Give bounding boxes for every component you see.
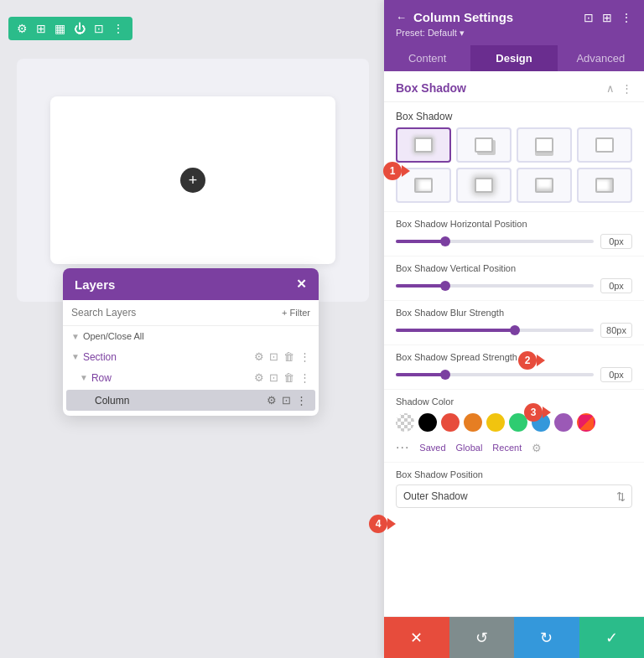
slider-spread-track[interactable] bbox=[396, 373, 594, 376]
layer-item-row[interactable]: ▼ Row ⚙ ⊡ 🗑 ⋮ bbox=[63, 367, 319, 388]
row-copy-icon[interactable]: ⊡ bbox=[269, 371, 278, 384]
slider-blur-track[interactable] bbox=[396, 329, 594, 332]
panel-title: Column Settings bbox=[413, 10, 577, 24]
redo-button[interactable]: ↻ bbox=[514, 617, 579, 658]
layers-panel: Layers ✕ + Filter ▼ Open/Close All ▼ Sec… bbox=[63, 268, 319, 416]
shadow-position-label: Box Shadow Position bbox=[396, 469, 632, 479]
section-title: Box Shadow bbox=[396, 81, 466, 95]
column-copy-icon[interactable]: ⊡ bbox=[282, 394, 291, 407]
tab-advanced[interactable]: Advanced bbox=[558, 45, 644, 71]
color-red[interactable] bbox=[441, 413, 460, 432]
confirm-icon: ✓ bbox=[605, 629, 618, 647]
slider-horizontal-track[interactable] bbox=[396, 240, 594, 243]
shadow-color-label: Shadow Color bbox=[396, 396, 632, 407]
layer-item-column[interactable]: Column ⚙ ⊡ ⋮ bbox=[66, 390, 315, 411]
slider-spread-section: Box Shadow Spread Strength 0px bbox=[384, 345, 644, 389]
undo-icon: ↺ bbox=[475, 629, 488, 647]
shadow-position-select[interactable]: Outer Shadow Inner Shadow bbox=[396, 484, 632, 508]
section-copy-icon[interactable]: ⊡ bbox=[269, 350, 278, 363]
shadow-option-8[interactable] bbox=[577, 168, 632, 203]
open-close-all[interactable]: ▼ Open/Close All bbox=[63, 326, 319, 346]
color-purple[interactable] bbox=[554, 413, 573, 432]
shadow-options-grid bbox=[384, 127, 644, 211]
layers-header: Layers ✕ bbox=[63, 268, 319, 300]
slider-horizontal-value[interactable]: 0px bbox=[600, 234, 632, 249]
row-gear-icon[interactable]: ⚙ bbox=[254, 371, 264, 384]
tab-content[interactable]: Content bbox=[384, 45, 470, 71]
shadow-option-6[interactable] bbox=[456, 168, 512, 203]
shadow-option-1[interactable] bbox=[396, 127, 451, 163]
color-settings-icon[interactable]: ⚙ bbox=[532, 442, 542, 454]
section-options-icon[interactable]: ⋮ bbox=[621, 82, 632, 95]
color-tab-global[interactable]: Global bbox=[456, 443, 483, 453]
slider-vertical-track[interactable] bbox=[396, 284, 594, 288]
shadow-options-label: Box Shadow bbox=[384, 102, 644, 127]
slider-blur-value[interactable]: 80px bbox=[600, 323, 632, 338]
badge-4-arrow bbox=[387, 518, 396, 530]
section-delete-icon[interactable]: 🗑 bbox=[283, 350, 294, 363]
toolbar-copy-icon[interactable]: ⊡ bbox=[94, 22, 104, 35]
row-more-icon[interactable]: ⋮ bbox=[299, 371, 310, 384]
slider-blur-section: Box Shadow Blur Strength 80px bbox=[384, 300, 644, 345]
shadow-option-7[interactable] bbox=[517, 168, 572, 203]
more-colors-button[interactable]: ··· bbox=[396, 440, 409, 455]
cancel-icon: ✕ bbox=[410, 629, 423, 647]
layers-close-icon[interactable]: ✕ bbox=[296, 277, 307, 292]
tab-design[interactable]: Design bbox=[470, 45, 557, 71]
section-gear-icon[interactable]: ⚙ bbox=[254, 350, 264, 363]
add-button[interactable]: + bbox=[180, 168, 205, 193]
badge-1: 1 bbox=[383, 162, 402, 180]
shadow-position-wrapper: Outer Shadow Inner Shadow ⇅ bbox=[396, 484, 632, 508]
section-more-icon[interactable]: ⋮ bbox=[299, 350, 310, 363]
toolbar-more-icon[interactable]: ⋮ bbox=[112, 22, 124, 35]
badge-2: 2 bbox=[518, 351, 537, 370]
layer-item-section[interactable]: ▼ Section ⚙ ⊡ 🗑 ⋮ bbox=[63, 346, 319, 367]
layers-search-input[interactable] bbox=[71, 307, 277, 319]
slider-vertical-value[interactable]: 0px bbox=[600, 278, 632, 293]
row-delete-icon[interactable]: 🗑 bbox=[283, 371, 294, 384]
slider-spread-label: Box Shadow Spread Strength bbox=[396, 352, 632, 362]
shadow-option-3[interactable] bbox=[517, 127, 572, 163]
redo-icon: ↻ bbox=[540, 629, 553, 647]
toolbar-layout-icon[interactable]: ▦ bbox=[55, 22, 65, 35]
panel-header: ← Column Settings ⊡ ⊞ ⋮ Preset: Default … bbox=[384, 0, 644, 45]
color-orange[interactable] bbox=[464, 413, 482, 432]
column-more-icon[interactable]: ⋮ bbox=[296, 394, 307, 407]
back-icon[interactable]: ← bbox=[396, 11, 407, 23]
toolbar-power-icon[interactable]: ⏻ bbox=[74, 22, 86, 35]
panel-more-icon[interactable]: ⋮ bbox=[621, 11, 632, 24]
layers-search-row: + Filter bbox=[63, 300, 319, 326]
color-tab-recent[interactable]: Recent bbox=[492, 443, 522, 453]
panel-layout-icon[interactable]: ⊞ bbox=[602, 11, 612, 24]
section-collapse-icon[interactable]: ∧ bbox=[606, 82, 615, 95]
shadow-color-section: Shadow Color ··· Saved Global Recent ⚙ bbox=[384, 389, 644, 462]
panel-screen-icon[interactable]: ⊡ bbox=[584, 11, 594, 24]
badge-3: 3 bbox=[524, 403, 543, 422]
shadow-option-4[interactable] bbox=[577, 127, 632, 163]
badge-4-container: 4 bbox=[369, 515, 396, 533]
column-gear-icon[interactable]: ⚙ bbox=[267, 394, 277, 407]
toolbar-grid-icon[interactable]: ⊞ bbox=[36, 22, 46, 35]
undo-button[interactable]: ↺ bbox=[449, 617, 515, 658]
slider-spread-value[interactable]: 0px bbox=[600, 367, 632, 382]
cancel-button[interactable]: ✕ bbox=[384, 617, 449, 658]
panel-tabs: Content Design Advanced bbox=[384, 45, 644, 71]
color-swatches bbox=[396, 413, 632, 432]
toolbar-gear-icon[interactable]: ⚙ bbox=[17, 22, 28, 35]
shadow-position-section: Box Shadow Position Outer Shadow Inner S… bbox=[384, 462, 644, 515]
color-gradient[interactable] bbox=[577, 413, 595, 432]
slider-horizontal-label: Box Shadow Horizontal Position bbox=[396, 219, 632, 229]
color-black[interactable] bbox=[418, 413, 437, 432]
filter-button[interactable]: + Filter bbox=[282, 308, 310, 318]
panel-preset[interactable]: Preset: Default ▾ bbox=[396, 28, 632, 39]
slider-vertical-section: Box Shadow Vertical Position 0px bbox=[384, 256, 644, 300]
confirm-button[interactable]: ✓ bbox=[579, 617, 645, 658]
color-transparent[interactable] bbox=[396, 413, 414, 432]
top-toolbar[interactable]: ⚙ ⊞ ▦ ⏻ ⊡ ⋮ bbox=[8, 17, 132, 40]
shadow-option-2[interactable] bbox=[456, 127, 512, 163]
color-tab-saved[interactable]: Saved bbox=[419, 443, 445, 453]
canvas-white-box: + bbox=[50, 96, 335, 264]
color-yellow[interactable] bbox=[486, 413, 505, 432]
slider-blur-label: Box Shadow Blur Strength bbox=[396, 308, 632, 318]
panel-body: Box Shadow ∧ ⋮ Box Shadow bbox=[384, 71, 644, 616]
